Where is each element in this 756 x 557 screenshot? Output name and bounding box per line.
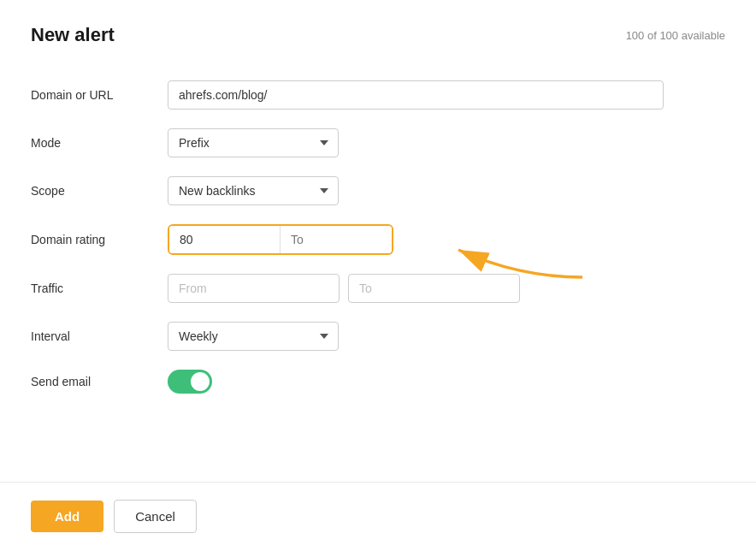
add-button[interactable]: Add <box>31 501 103 532</box>
domain-rating-row: Domain rating <box>31 224 725 255</box>
traffic-row: Traffic <box>31 274 725 303</box>
interval-select-wrapper: Daily Weekly Monthly <box>168 322 339 351</box>
mode-select[interactable]: Prefix Exact Domain <box>168 128 339 157</box>
modal-body: Domain or URL ahrefs.com/blog/ Mode Pref… <box>0 63 756 482</box>
cancel-button[interactable]: Cancel <box>114 500 197 533</box>
send-email-label: Send email <box>31 375 168 388</box>
new-alert-modal: New alert 100 of 100 available Domain or… <box>0 0 756 557</box>
scope-label: Scope <box>31 184 168 198</box>
modal-title: New alert <box>31 24 115 46</box>
send-email-row: Send email <box>31 370 725 394</box>
domain-rating-label: Domain rating <box>31 233 168 246</box>
traffic-label: Traffic <box>31 281 168 295</box>
scope-select-wrapper: New backlinks Lost backlinks New and los… <box>168 176 339 205</box>
traffic-range-group <box>168 274 520 303</box>
traffic-to-input[interactable] <box>348 274 520 303</box>
modal-header: New alert 100 of 100 available <box>0 0 756 63</box>
toggle-slider <box>168 370 212 394</box>
send-email-toggle[interactable] <box>168 370 212 394</box>
domain-control: ahrefs.com/blog/ <box>168 80 664 110</box>
modal-footer: Add Cancel <box>0 482 756 557</box>
mode-row: Mode Prefix Exact Domain <box>31 128 725 157</box>
interval-row: Interval Daily Weekly Monthly <box>31 322 725 351</box>
domain-input[interactable]: ahrefs.com/blog/ <box>168 80 664 110</box>
scope-select[interactable]: New backlinks Lost backlinks New and los… <box>168 176 339 205</box>
scope-row: Scope New backlinks Lost backlinks New a… <box>31 176 725 205</box>
traffic-from-input[interactable] <box>168 274 340 303</box>
domain-rating-to-input[interactable] <box>281 226 392 253</box>
interval-label: Interval <box>31 329 168 343</box>
mode-label: Mode <box>31 136 168 150</box>
interval-select[interactable]: Daily Weekly Monthly <box>168 322 339 351</box>
send-email-toggle-wrapper <box>168 370 212 394</box>
mode-select-wrapper: Prefix Exact Domain <box>168 128 339 157</box>
domain-row: Domain or URL ahrefs.com/blog/ <box>31 80 725 110</box>
domain-rating-range-group <box>168 224 393 255</box>
domain-label: Domain or URL <box>31 88 168 102</box>
available-count: 100 of 100 available <box>626 29 725 42</box>
domain-rating-from-input[interactable] <box>169 226 281 253</box>
